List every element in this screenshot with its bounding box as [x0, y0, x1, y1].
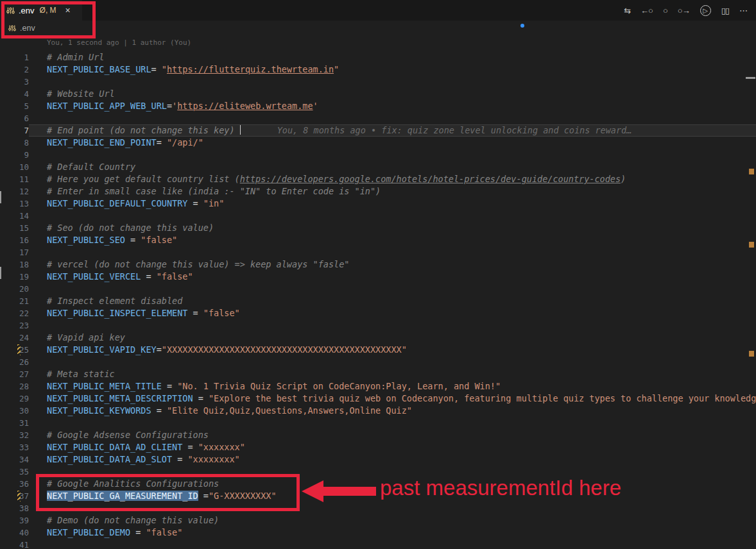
overview-ruler-mark[interactable]: [749, 169, 754, 174]
code-line[interactable]: 18# vercel (do not change this value) =>…: [0, 258, 756, 271]
code-line[interactable]: 7# End point (do not change this key) Yo…: [0, 124, 756, 137]
code-line[interactable]: 3: [0, 76, 756, 88]
more-actions-icon[interactable]: ⋯: [739, 6, 747, 15]
code-line[interactable]: 9: [0, 149, 756, 161]
code-line[interactable]: 16NEXT_PUBLIC_SEO = "false": [0, 234, 756, 246]
code-line[interactable]: 39# Demo (do not change this value): [0, 514, 756, 527]
line-number[interactable]: 5: [0, 100, 29, 112]
code-line[interactable]: 26: [0, 356, 756, 368]
code-line[interactable]: 31: [0, 417, 756, 429]
open-changes-icon[interactable]: ○: [663, 6, 667, 15]
line-number[interactable]: 1: [0, 51, 29, 63]
tab-env[interactable]: .env Ø, M ×: [0, 0, 82, 21]
line-number[interactable]: 38: [0, 502, 29, 514]
line-number[interactable]: 41: [0, 539, 29, 549]
line-number[interactable]: 32: [0, 429, 29, 441]
gutter-modified-indicator[interactable]: [17, 344, 21, 355]
line-number[interactable]: 10: [0, 161, 29, 173]
line-number[interactable]: 30: [0, 405, 29, 417]
code-editor[interactable]: You, 1 second ago | 1 author (You) 1# Ad…: [0, 36, 756, 549]
token-k: NEXT_PUBLIC_DATA_AD_SLOT: [47, 454, 172, 464]
line-number[interactable]: 14: [0, 210, 29, 222]
line-number[interactable]: 21: [0, 295, 29, 307]
code-line[interactable]: 19NEXT_PUBLIC_VERCEL = "false": [0, 271, 756, 283]
code-line[interactable]: 28NEXT_PUBLIC_META_TITLE = "No. 1 Trivia…: [0, 380, 756, 393]
overview-ruler-mark[interactable]: [749, 242, 754, 248]
line-number[interactable]: 20: [0, 283, 29, 295]
token-k: NEXT_PUBLIC_APP_WEB_URL: [47, 101, 167, 111]
code-line[interactable]: 24# Vapid api key: [0, 332, 756, 344]
code-line[interactable]: 4# Website Url: [0, 88, 756, 100]
code-line[interactable]: 23: [0, 319, 756, 332]
line-number[interactable]: 17: [0, 246, 29, 258]
line-number[interactable]: 25: [0, 344, 29, 356]
line-number[interactable]: 12: [0, 185, 29, 198]
line-number[interactable]: 28: [0, 380, 29, 393]
code-line[interactable]: 38: [0, 502, 756, 514]
code-line[interactable]: 35: [0, 466, 756, 478]
line-number[interactable]: 11: [0, 173, 29, 185]
code-line[interactable]: 41: [0, 539, 756, 549]
code-line[interactable]: 27# Meta static: [0, 368, 756, 380]
line-number[interactable]: 9: [0, 149, 29, 161]
tab-close-icon[interactable]: ×: [65, 5, 71, 15]
line-number[interactable]: 27: [0, 368, 29, 380]
code-line[interactable]: 17: [0, 246, 756, 258]
line-number[interactable]: 35: [0, 466, 29, 478]
line-number[interactable]: 33: [0, 441, 29, 453]
code-line[interactable]: 22NEXT_PUBLIC_INSPECT_ELEMENT = "false": [0, 307, 756, 319]
line-number[interactable]: 40: [0, 527, 29, 539]
code-line[interactable]: 1# Admin Url: [0, 51, 756, 63]
line-number[interactable]: 15: [0, 222, 29, 234]
code-line[interactable]: 36# Google Analitics Configurations: [0, 478, 756, 490]
line-number[interactable]: 7: [0, 124, 29, 137]
line-number[interactable]: 34: [0, 453, 29, 466]
code-line[interactable]: 14: [0, 210, 756, 222]
code-line[interactable]: 25NEXT_PUBLIC_VAPID_KEY="XXXXXXXXXXXXXXX…: [0, 344, 756, 356]
code-line[interactable]: 32# Google Adsense Configurations: [0, 429, 756, 441]
code-line[interactable]: 20: [0, 283, 756, 295]
line-number[interactable]: 37: [0, 490, 29, 502]
code-line[interactable]: 30NEXT_PUBLIC_KEYWORDS = "Elite Quiz,Qui…: [0, 405, 756, 417]
line-number[interactable]: 6: [0, 112, 29, 124]
line-number[interactable]: 4: [0, 88, 29, 100]
source-control-graph-icon[interactable]: ⇆: [624, 6, 630, 15]
code-line[interactable]: 21# Inspect element disabled: [0, 295, 756, 307]
code-line[interactable]: 34NEXT_PUBLIC_DATA_AD_SLOT = "xxxxxxxx": [0, 453, 756, 466]
code-line[interactable]: 10# Default Country: [0, 161, 756, 173]
breadcrumb[interactable]: .env: [0, 21, 756, 36]
code-line[interactable]: 40NEXT_PUBLIC_DEMO = "false": [0, 527, 756, 539]
previous-change-icon[interactable]: ←○: [640, 6, 653, 15]
code-line[interactable]: 8NEXT_PUBLIC_END_POINT= "/api/": [0, 137, 756, 149]
code-line[interactable]: 2NEXT_PUBLIC_BASE_URL= "https://flutterq…: [0, 63, 756, 76]
line-number[interactable]: 31: [0, 417, 29, 429]
line-number[interactable]: 2: [0, 63, 29, 76]
line-number[interactable]: 26: [0, 356, 29, 368]
code-line[interactable]: 5NEXT_PUBLIC_APP_WEB_URL='https://elitew…: [0, 100, 756, 112]
run-file-icon[interactable]: ▷: [700, 5, 711, 16]
line-number[interactable]: 13: [0, 198, 29, 210]
code-line[interactable]: 11# Here you get default country list (h…: [0, 173, 756, 185]
code-line[interactable]: 13NEXT_PUBLIC_DEFAULT_COUNTRY = "in": [0, 198, 756, 210]
next-change-icon[interactable]: ○→: [678, 6, 690, 15]
code-line[interactable]: 15# Seo (do not change this value): [0, 222, 756, 234]
split-editor-icon[interactable]: ▯▯: [721, 6, 729, 15]
line-number[interactable]: 24: [0, 332, 29, 344]
code-line[interactable]: 33NEXT_PUBLIC_DATA_AD_CLIENT = "xxxxxxx": [0, 441, 756, 453]
code-line[interactable]: 6: [0, 112, 756, 124]
line-number[interactable]: 18: [0, 258, 29, 271]
line-number[interactable]: 19: [0, 271, 29, 283]
line-number[interactable]: 36: [0, 478, 29, 490]
gutter-modified-indicator[interactable]: [17, 491, 21, 502]
line-number[interactable]: 16: [0, 234, 29, 246]
code-line[interactable]: 37NEXT_PUBLIC_GA_MEASUREMENT_ID ="G-XXXX…: [0, 490, 756, 502]
overview-ruler-mark[interactable]: [749, 351, 754, 357]
line-number[interactable]: 39: [0, 514, 29, 527]
line-number[interactable]: 23: [0, 319, 29, 332]
line-number[interactable]: 22: [0, 307, 29, 319]
line-number[interactable]: 8: [0, 137, 29, 149]
line-number[interactable]: 29: [0, 393, 29, 405]
code-line[interactable]: 29NEXT_PUBLIC_META_DESCRIPTION = "Explor…: [0, 393, 756, 405]
line-number[interactable]: 3: [0, 76, 29, 88]
code-line[interactable]: 12# Enter in small case like (india :- "…: [0, 185, 756, 198]
